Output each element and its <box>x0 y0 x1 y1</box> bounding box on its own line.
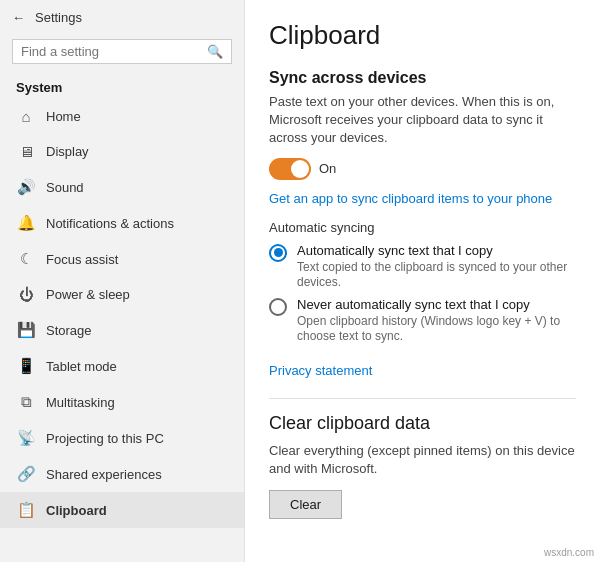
sidebar-item-notifications-label: Notifications & actions <box>46 216 174 231</box>
radio-manual-sync-desc: Open clipboard history (Windows logo key… <box>297 314 576 345</box>
sidebar-item-tablet[interactable]: 📱 Tablet mode <box>0 348 244 384</box>
shared-icon: 🔗 <box>16 465 36 483</box>
page-title: Clipboard <box>269 20 576 51</box>
sidebar-header: ← Settings <box>0 0 244 35</box>
sidebar-item-tablet-label: Tablet mode <box>46 359 117 374</box>
sidebar-item-power-label: Power & sleep <box>46 287 130 302</box>
sidebar-item-shared-label: Shared experiences <box>46 467 162 482</box>
sidebar-title: Settings <box>35 10 82 25</box>
sidebar: ← Settings 🔍 System ⌂ Home 🖥 Display 🔊 S… <box>0 0 245 562</box>
sidebar-item-home-label: Home <box>46 109 81 124</box>
privacy-link[interactable]: Privacy statement <box>269 363 372 378</box>
main-content: Clipboard Sync across devices Paste text… <box>245 0 600 562</box>
search-input[interactable] <box>21 44 207 59</box>
storage-icon: 💾 <box>16 321 36 339</box>
radio-manual-sync-circle[interactable] <box>269 298 287 316</box>
power-icon: ⏻ <box>16 286 36 303</box>
back-button[interactable]: ← <box>12 10 25 25</box>
sidebar-item-home[interactable]: ⌂ Home <box>0 99 244 134</box>
watermark: wsxdn.com <box>544 547 594 558</box>
sidebar-item-projecting[interactable]: 📡 Projecting to this PC <box>0 420 244 456</box>
clipboard-icon: 📋 <box>16 501 36 519</box>
clear-description: Clear everything (except pinned items) o… <box>269 442 576 478</box>
clear-section-title: Clear clipboard data <box>269 413 576 434</box>
radio-auto-sync-desc: Text copied to the clipboard is synced t… <box>297 260 576 291</box>
sidebar-item-multitasking-label: Multitasking <box>46 395 115 410</box>
tablet-icon: 📱 <box>16 357 36 375</box>
sidebar-item-display-label: Display <box>46 144 89 159</box>
back-icon: ← <box>12 10 25 25</box>
toggle-row: On <box>269 158 576 180</box>
search-box[interactable]: 🔍 <box>12 39 232 64</box>
radio-manual-sync-content: Never automatically sync text that I cop… <box>297 297 576 345</box>
sidebar-item-shared[interactable]: 🔗 Shared experiences <box>0 456 244 492</box>
sidebar-item-projecting-label: Projecting to this PC <box>46 431 164 446</box>
search-icon: 🔍 <box>207 44 223 59</box>
radio-manual-sync: Never automatically sync text that I cop… <box>269 297 576 345</box>
sidebar-item-clipboard-label: Clipboard <box>46 503 107 518</box>
radio-manual-sync-label: Never automatically sync text that I cop… <box>297 297 576 312</box>
sidebar-item-focus-label: Focus assist <box>46 252 118 267</box>
system-section-label: System <box>0 72 244 99</box>
sidebar-item-sound-label: Sound <box>46 180 84 195</box>
multitasking-icon: ⧉ <box>16 393 36 411</box>
sync-description: Paste text on your other devices. When t… <box>269 93 576 148</box>
clear-button[interactable]: Clear <box>269 490 342 519</box>
sidebar-item-power[interactable]: ⏻ Power & sleep <box>0 277 244 312</box>
sidebar-item-storage-label: Storage <box>46 323 92 338</box>
sidebar-item-clipboard[interactable]: 📋 Clipboard <box>0 492 244 528</box>
sidebar-item-focus[interactable]: ☾ Focus assist <box>0 241 244 277</box>
sync-toggle[interactable] <box>269 158 311 180</box>
sound-icon: 🔊 <box>16 178 36 196</box>
sidebar-item-notifications[interactable]: 🔔 Notifications & actions <box>0 205 244 241</box>
phone-link[interactable]: Get an app to sync clipboard items to yo… <box>269 191 552 206</box>
auto-sync-label: Automatic syncing <box>269 220 576 235</box>
radio-auto-sync-content: Automatically sync text that I copy Text… <box>297 243 576 291</box>
sync-section-title: Sync across devices <box>269 69 576 87</box>
display-icon: 🖥 <box>16 143 36 160</box>
radio-auto-sync-circle[interactable] <box>269 244 287 262</box>
radio-auto-sync-label: Automatically sync text that I copy <box>297 243 576 258</box>
divider <box>269 398 576 399</box>
sidebar-item-multitasking[interactable]: ⧉ Multitasking <box>0 384 244 420</box>
sidebar-item-storage[interactable]: 💾 Storage <box>0 312 244 348</box>
sidebar-item-display[interactable]: 🖥 Display <box>0 134 244 169</box>
radio-auto-sync: Automatically sync text that I copy Text… <box>269 243 576 291</box>
focus-icon: ☾ <box>16 250 36 268</box>
sidebar-item-sound[interactable]: 🔊 Sound <box>0 169 244 205</box>
projecting-icon: 📡 <box>16 429 36 447</box>
notifications-icon: 🔔 <box>16 214 36 232</box>
home-icon: ⌂ <box>16 108 36 125</box>
toggle-label: On <box>319 161 336 176</box>
